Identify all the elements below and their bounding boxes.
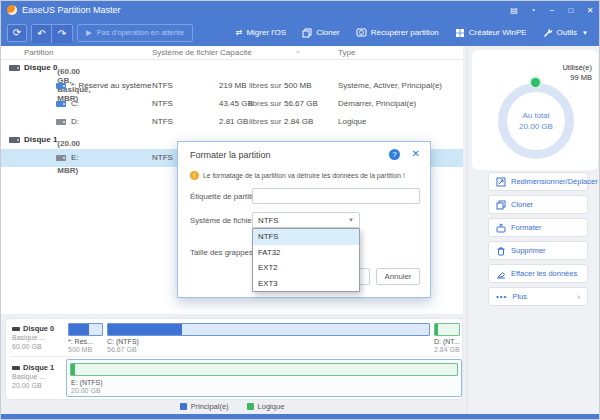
disk-icon <box>9 137 20 143</box>
filesystem-dropdown-list: NTFS FAT32 EXT2 EXT3 <box>252 228 360 292</box>
migrate-os-button[interactable]: ⇄ Migrer l'OS <box>229 24 293 42</box>
partition-label-input[interactable] <box>252 188 420 204</box>
partition-type: Démarrer, Principal(e) <box>338 99 416 108</box>
recover-partition-label: Récupérer partition <box>371 28 439 37</box>
bar-label: C: (NTFS) <box>107 338 139 345</box>
redo-button[interactable]: ↷ <box>52 25 72 43</box>
resize-icon <box>496 177 506 187</box>
diskmap-bar-e-selected[interactable]: E: (NTFS) 20.00 GB <box>66 359 462 397</box>
close-button[interactable]: ✕ <box>585 6 595 15</box>
partition-name: D: <box>71 117 79 126</box>
window-bottom-edge <box>1 414 600 419</box>
option-ntfs[interactable]: NTFS <box>253 229 359 245</box>
bar-size: 20.00 GB <box>71 387 101 394</box>
option-ext2[interactable]: EXT2 <box>253 260 359 276</box>
sort-asc-icon[interactable]: ^ <box>296 48 300 57</box>
dialog-title: Formater la partition <box>190 150 271 160</box>
total-value: 20.00 GB <box>498 121 574 132</box>
filesystem-value: NTFS <box>258 216 278 225</box>
ellipsis-icon: ••• <box>496 292 507 301</box>
column-filesystem[interactable]: Système de fichier <box>152 48 218 57</box>
disk-map: Disque 0 Basique ... 60.00 GB *: Rés... … <box>5 318 463 400</box>
column-type[interactable]: Type <box>338 48 355 57</box>
partition-fs: NTFS <box>152 117 173 126</box>
bar-fill <box>71 364 75 375</box>
refresh-button[interactable]: ⟳ <box>7 24 27 42</box>
wipe-data-label: Effacer les données <box>511 269 577 278</box>
wrench-icon <box>543 28 553 38</box>
partition-icon <box>56 83 66 89</box>
wipe-data-button[interactable]: Effacer les données <box>488 264 588 283</box>
partition-icon <box>56 119 66 125</box>
diskmap-disk1-size: 20.00 GB <box>12 381 66 390</box>
disk-icon <box>9 65 20 71</box>
filesystem-select[interactable]: NTFS ▼ <box>252 212 360 228</box>
bar-fill <box>435 324 438 335</box>
migrate-icon: ⇄ <box>236 28 243 37</box>
bar-label: E: (NTFS) <box>71 379 103 386</box>
delete-button[interactable]: Supprimer <box>488 241 588 260</box>
dialog-close-icon[interactable]: ✕ <box>412 148 420 159</box>
disk-icon <box>12 327 20 331</box>
minimize-button[interactable]: − <box>547 6 557 15</box>
winpe-creator-button[interactable]: Créateur WinPE <box>448 24 534 42</box>
format-button[interactable]: Formater <box>488 218 588 237</box>
free-word: libres sur <box>249 117 281 126</box>
resize-move-button[interactable]: Redimensionner/Déplacer <box>488 172 588 191</box>
diskmap-bar-c[interactable] <box>107 323 430 336</box>
recover-partition-button[interactable]: Récupérer partition <box>349 24 446 42</box>
column-partition[interactable]: Partition <box>24 48 53 57</box>
partition-free: 219 MB <box>219 81 247 90</box>
pending-operations-button[interactable]: ▶ Pas d'opération en attente <box>77 24 193 42</box>
table-row-disk0[interactable]: Disque 0 (60.00 GB, Basique, MBR) <box>1 59 463 77</box>
maximize-button[interactable]: □ <box>566 6 576 15</box>
clone-icon <box>302 28 312 38</box>
table-row-system-reserved[interactable]: *: Réservé au système NTFS 219 MB libres… <box>1 77 463 95</box>
legend: Principal(e) Logique <box>1 402 463 411</box>
tools-button[interactable]: Outils ▼ <box>536 24 595 42</box>
resize-move-label: Redimensionner/Déplacer <box>511 177 598 186</box>
menu-icon[interactable]: ▤ <box>509 6 519 15</box>
option-ext3[interactable]: EXT3 <box>253 276 359 292</box>
diskmap-disk0-name: Disque 0 <box>23 324 54 333</box>
cluster-size-field-label: Taille des grappes <box>190 248 253 257</box>
dialog-warning-text: Le formatage de la partition va détruire… <box>203 172 405 179</box>
diskmap-bar-d[interactable] <box>434 323 460 336</box>
account-icon[interactable]: ◔ <box>528 6 538 15</box>
right-panel: Utilisé(e) 99 MB Au total 20.00 GB Redim… <box>467 46 600 416</box>
help-icon[interactable]: ? <box>389 149 400 160</box>
option-fat32[interactable]: FAT32 <box>253 245 359 261</box>
clone-icon <box>496 200 506 210</box>
clone-button[interactable]: Cloner <box>295 24 347 42</box>
table-row-d[interactable]: D: NTFS 2.81 GB libres sur 2.84 GB Logiq… <box>1 113 463 131</box>
app-window: EaseUS Partition Master ▤ ◔ − □ ✕ ⟳ ↶ ↷ … <box>0 0 600 420</box>
diskmap-disk1-name: Disque 1 <box>23 363 54 372</box>
clone-action-button[interactable]: Cloner <box>488 195 588 214</box>
diskmap-bar-system-reserved[interactable] <box>68 323 103 336</box>
partition-icon <box>56 155 66 161</box>
partition-total: 500 MB <box>284 81 312 90</box>
column-capacity[interactable]: Capacité <box>220 48 252 57</box>
more-button[interactable]: ••• Plus › <box>488 287 588 306</box>
diskmap-disk0-size: 60.00 GB <box>12 342 66 351</box>
primary-swatch-icon <box>180 403 187 410</box>
undo-button[interactable]: ↶ <box>32 25 52 43</box>
divider <box>10 356 458 357</box>
legend-primary: Principal(e) <box>191 402 229 411</box>
erase-icon <box>496 269 506 279</box>
partition-fs: NTFS <box>152 153 173 162</box>
easeus-logo-icon <box>7 5 17 15</box>
toolbar: ⟳ ↶ ↷ ▶ Pas d'opération en attente ⇄ Mig… <box>1 19 600 46</box>
format-label: Formater <box>511 223 541 232</box>
disk1-name: Disque 1 <box>24 135 57 144</box>
clone-label: Cloner <box>316 28 340 37</box>
partition-icon <box>56 101 66 107</box>
table-row-c[interactable]: C: NTFS 43.45 GB libres sur 56.67 GB Dém… <box>1 95 463 113</box>
usage-card: Utilisé(e) 99 MB Au total 20.00 GB <box>472 50 598 170</box>
diskmap-disk1-kind: Basique ... <box>12 372 66 381</box>
partition-name: C: <box>71 99 79 108</box>
diskmap-bar-e[interactable] <box>70 363 458 376</box>
partition-name: E: <box>71 153 79 162</box>
used-marker-icon <box>531 78 540 87</box>
cancel-button[interactable]: Annuler <box>376 268 420 285</box>
